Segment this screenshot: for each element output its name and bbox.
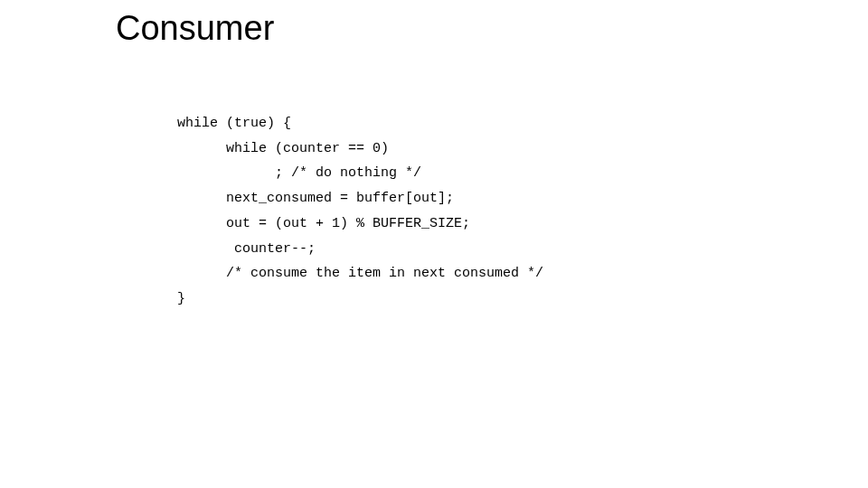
code-line-4: next_consumed = buffer[out]; — [177, 191, 462, 206]
code-line-2: while (counter == 0) — [177, 141, 397, 156]
code-line-8: } — [177, 291, 185, 306]
code-line-5: out = (out + 1) % BUFFER_SIZE; — [177, 216, 470, 231]
code-line-1: while (true) { — [177, 116, 291, 131]
slide-title: Consumer — [116, 9, 274, 48]
code-line-7: /* consume the item in next consumed */ — [177, 266, 552, 281]
code-line-6: counter--; — [177, 241, 324, 257]
code-line-3: ; /* do nothing */ — [177, 165, 421, 181]
code-block: while (true) { while (counter == 0) ; /*… — [177, 86, 552, 312]
